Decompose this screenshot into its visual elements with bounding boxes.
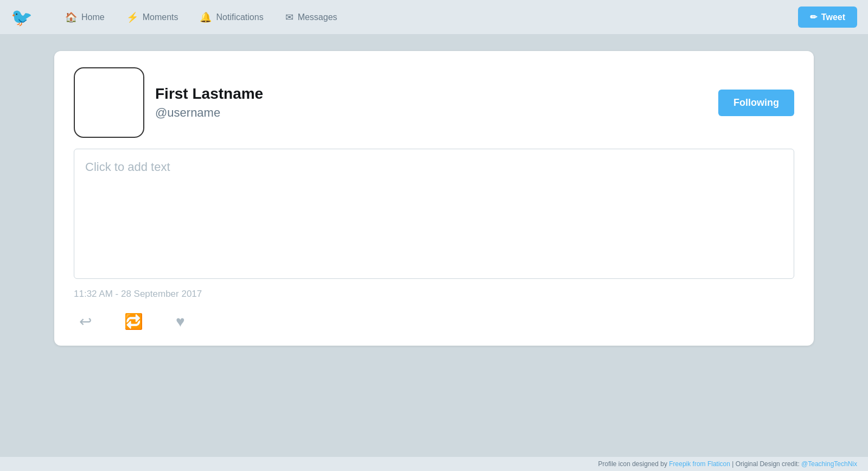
nav-messages-label: Messages	[298, 12, 337, 22]
notifications-icon: 🔔	[200, 11, 212, 23]
credit-link[interactable]: @TeachingTechNix	[801, 460, 857, 468]
nav-notifications-label: Notifications	[216, 12, 263, 22]
following-button[interactable]: Following	[718, 90, 794, 116]
navbar: 🐦 🏠 Home ⚡ Moments 🔔 Notifications ✉ Mes…	[0, 0, 868, 35]
avatar	[74, 67, 144, 138]
footer-text-middle: | Original Design credit:	[730, 460, 801, 468]
tweet-button[interactable]: ✏ Tweet	[798, 7, 857, 28]
freepik-link[interactable]: Freepik from Flaticon	[669, 460, 730, 468]
tweet-timestamp: 11:32 AM - 28 September 2017	[74, 289, 794, 300]
tweet-card: First Lastname @username Following Click…	[54, 51, 814, 346]
footer-text-before: Profile icon designed by	[598, 460, 669, 468]
nav-moments-label: Moments	[143, 12, 178, 22]
tweet-button-icon: ✏	[810, 12, 817, 22]
twitter-logo-icon: 🐦	[11, 7, 33, 28]
nav-item-messages[interactable]: ✉ Messages	[285, 11, 337, 23]
profile-left: First Lastname @username	[74, 67, 263, 138]
profile-info: First Lastname @username	[155, 85, 263, 120]
tweet-actions: ↩ 🔁 ♥	[74, 313, 794, 330]
moments-icon: ⚡	[126, 11, 138, 23]
profile-name: First Lastname	[155, 85, 263, 103]
nav-item-notifications[interactable]: 🔔 Notifications	[200, 11, 263, 23]
like-icon[interactable]: ♥	[176, 313, 185, 330]
footer: Profile icon designed by Freepik from Fl…	[0, 457, 868, 471]
messages-icon: ✉	[285, 11, 293, 23]
retweet-icon[interactable]: 🔁	[124, 313, 143, 330]
tweet-button-label: Tweet	[821, 12, 845, 22]
tweet-placeholder: Click to add text	[85, 160, 170, 174]
reply-icon[interactable]: ↩	[79, 313, 92, 330]
profile-section: First Lastname @username Following	[74, 67, 794, 138]
nav-item-home[interactable]: 🏠 Home	[65, 11, 105, 23]
nav-links: 🏠 Home ⚡ Moments 🔔 Notifications ✉ Messa…	[65, 11, 798, 23]
home-icon: 🏠	[65, 11, 77, 23]
main-content: First Lastname @username Following Click…	[0, 35, 868, 457]
tweet-text-area[interactable]: Click to add text	[74, 149, 794, 279]
profile-username: @username	[155, 106, 263, 120]
nav-home-label: Home	[81, 12, 105, 22]
nav-item-moments[interactable]: ⚡ Moments	[126, 11, 178, 23]
